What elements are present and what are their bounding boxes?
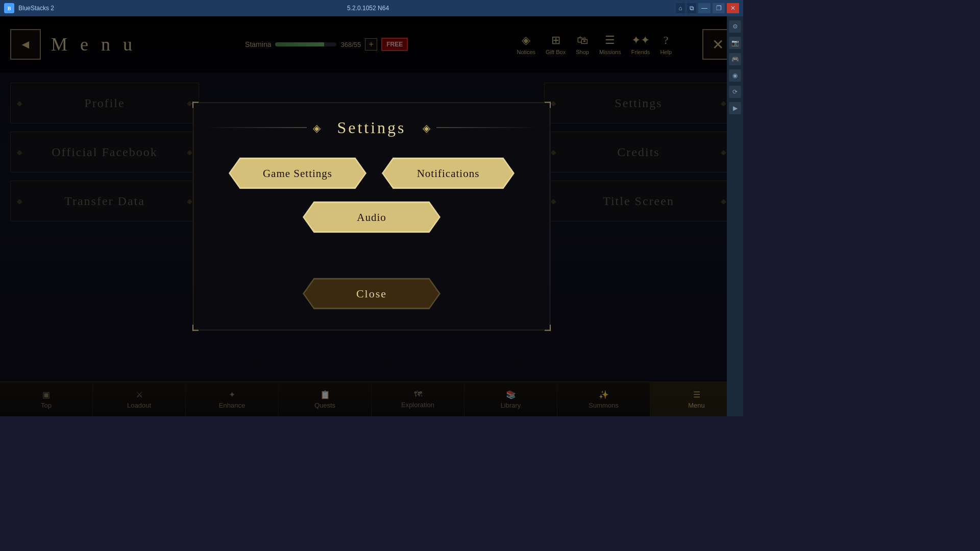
modal-body: Game Settings Notifications Audio Close [193, 147, 550, 330]
modal-header: ◈ Settings ◈ [193, 103, 550, 147]
bs-layers-btn[interactable]: ⧉ [687, 3, 696, 13]
maximize-btn[interactable]: ❐ [713, 3, 725, 13]
bs-sidebar-icon-5[interactable]: ⟳ [729, 86, 741, 98]
minimize-btn[interactable]: — [698, 3, 710, 13]
settings-modal: ◈ Settings ◈ Game Settings Notifications… [193, 103, 550, 331]
titlebar-version: 5.2.0.1052 N64 [347, 5, 672, 12]
bs-sidebar-icon-6[interactable]: ▶ [729, 102, 741, 114]
modal-row-1: Game Settings Notifications [229, 158, 514, 189]
audio-button[interactable]: Audio [303, 202, 440, 233]
header-line-right [436, 128, 540, 128]
modal-corner-br [545, 325, 551, 331]
title-deco-right: ◈ [423, 121, 430, 134]
audio-label: Audio [357, 211, 386, 223]
modal-row-close: Close [303, 278, 440, 310]
modal-title: Settings [337, 118, 406, 137]
notifications-label: Notifications [417, 167, 480, 180]
close-modal-button[interactable]: Close [303, 278, 440, 310]
bluestacks-logo: B [4, 3, 14, 13]
close-modal-label: Close [356, 287, 387, 300]
game-settings-label: Game Settings [263, 167, 332, 180]
close-window-btn[interactable]: ✕ [727, 3, 739, 13]
bs-sidebar-icon-4[interactable]: ◉ [729, 69, 741, 82]
bluestacks-sidebar: ⚙ 📷 🎮 ◉ ⟳ ▶ [727, 16, 743, 416]
bs-sidebar-icon-2[interactable]: 📷 [729, 37, 741, 49]
game-settings-button[interactable]: Game Settings [229, 158, 366, 189]
title-deco-left: ◈ [313, 121, 321, 134]
titlebar-controls: ⌂ ⧉ — ❐ ✕ [676, 3, 739, 13]
bs-sidebar-icon-3[interactable]: 🎮 [729, 53, 741, 65]
modal-row-2: Audio [303, 202, 440, 233]
notifications-button[interactable]: Notifications [382, 158, 514, 189]
bs-sidebar-icon-1[interactable]: ⚙ [729, 20, 741, 33]
game-area: ◄ M e n u Stamina 368/55 + FREE ◈ Notice… [0, 16, 743, 416]
bs-home-btn[interactable]: ⌂ [676, 3, 685, 13]
titlebar-app-name: BlueStacks 2 [18, 5, 343, 12]
modal-corner-bl [192, 325, 199, 331]
header-line-left [204, 128, 307, 128]
titlebar: B BlueStacks 2 5.2.0.1052 N64 ⌂ ⧉ — ❐ ✕ [0, 0, 743, 16]
